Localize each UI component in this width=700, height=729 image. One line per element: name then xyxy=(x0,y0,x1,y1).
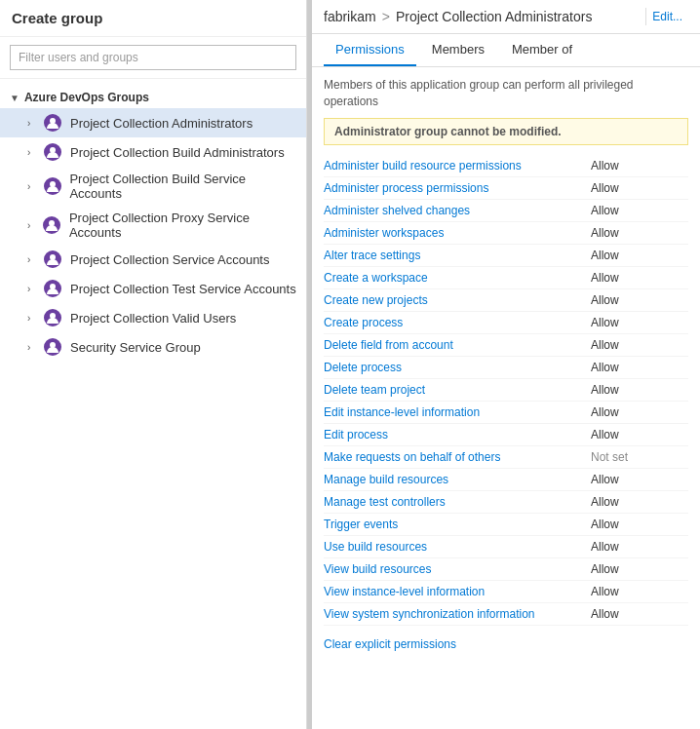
warning-banner: Administrator group cannot be modified. xyxy=(324,118,688,145)
table-row: Trigger eventsAllow xyxy=(324,514,688,536)
permission-value: Allow xyxy=(591,159,688,173)
table-row: View system synchronization informationA… xyxy=(324,603,688,626)
right-header: fabrikam > Project Collection Administra… xyxy=(312,0,700,34)
sidebar-item-group[interactable]: › Project Collection Test Service Accoun… xyxy=(0,274,306,303)
table-row: View instance-level informationAllow xyxy=(324,581,688,603)
permission-name[interactable]: Delete team project xyxy=(324,383,591,397)
permission-name[interactable]: Create a workspace xyxy=(324,271,591,285)
table-row: Make requests on behalf of othersNot set xyxy=(324,446,688,469)
right-panel: fabrikam > Project Collection Administra… xyxy=(312,0,700,729)
table-row: Manage build resourcesAllow xyxy=(324,469,688,491)
sidebar-item-label: Project Collection Proxy Service Account… xyxy=(69,211,296,240)
permissions-table: Administer build resource permissionsAll… xyxy=(324,155,688,626)
table-row: Create new projectsAllow xyxy=(324,289,688,312)
permission-value: Allow xyxy=(591,585,688,598)
panel-title: Create group xyxy=(0,0,306,37)
sidebar-item-group[interactable]: › Project Collection Service Accounts xyxy=(0,245,306,274)
sidebar-item-label: Project Collection Build Service Account… xyxy=(69,172,296,201)
group-icon xyxy=(43,279,62,298)
permission-name[interactable]: Administer shelved changes xyxy=(324,204,591,217)
permission-name[interactable]: Edit process xyxy=(324,428,591,441)
table-row: Administer process permissionsAllow xyxy=(324,177,688,200)
permission-value: Not set xyxy=(591,450,688,464)
table-row: Edit processAllow xyxy=(324,424,688,446)
sidebar-item-group[interactable]: › Project Collection Administrators xyxy=(0,108,306,137)
tab-permissions[interactable]: Permissions xyxy=(324,34,416,66)
permission-value: Allow xyxy=(591,495,688,509)
permission-name[interactable]: Create new projects xyxy=(324,293,591,307)
permission-name[interactable]: Delete field from account xyxy=(324,338,591,352)
permission-name[interactable]: Administer build resource permissions xyxy=(324,159,591,173)
permission-value: Allow xyxy=(591,361,688,374)
sidebar-item-group[interactable]: › Security Service Group xyxy=(0,332,306,362)
permission-name[interactable]: View instance-level information xyxy=(324,585,591,598)
chevron-down-icon: ▼ xyxy=(10,93,19,103)
sidebar-item-group[interactable]: › Project Collection Valid Users xyxy=(0,303,306,332)
sidebar-item-label: Project Collection Build Administrators xyxy=(70,145,285,160)
table-row: Create a workspaceAllow xyxy=(324,267,688,289)
permission-name[interactable]: Administer workspaces xyxy=(324,226,591,240)
permission-name[interactable]: Delete process xyxy=(324,361,591,374)
table-row: Delete processAllow xyxy=(324,357,688,379)
chevron-right-icon: › xyxy=(27,313,39,324)
tab-member-of[interactable]: Member of xyxy=(500,34,584,66)
permission-value: Allow xyxy=(591,383,688,397)
clear-permissions-link[interactable]: Clear explicit permissions xyxy=(324,637,456,651)
permission-value: Allow xyxy=(591,316,688,329)
table-row: Administer workspacesAllow xyxy=(324,222,688,245)
permission-name[interactable]: Trigger events xyxy=(324,518,591,531)
table-row: Administer build resource permissionsAll… xyxy=(324,155,688,177)
permission-value: Allow xyxy=(591,473,688,486)
tab-members[interactable]: Members xyxy=(420,34,496,66)
permission-value: Allow xyxy=(591,405,688,419)
group-icon xyxy=(43,176,62,196)
sidebar-item-label: Project Collection Test Service Accounts xyxy=(70,282,296,296)
permission-name[interactable]: Edit instance-level information xyxy=(324,405,591,419)
permission-name[interactable]: Administer process permissions xyxy=(324,181,591,195)
sidebar-item-group[interactable]: › Project Collection Build Service Accou… xyxy=(0,167,306,206)
table-row: Manage test controllersAllow xyxy=(324,491,688,514)
table-row: Use build resourcesAllow xyxy=(324,536,688,558)
table-row: Delete team projectAllow xyxy=(324,379,688,402)
permission-value: Allow xyxy=(591,562,688,576)
table-row: View build resourcesAllow xyxy=(324,558,688,581)
info-text: Members of this application group can pe… xyxy=(324,77,688,110)
search-area xyxy=(0,37,306,79)
permission-name[interactable]: Create process xyxy=(324,316,591,329)
sidebar-item-label: Project Collection Service Accounts xyxy=(70,252,269,267)
permission-name[interactable]: View build resources xyxy=(324,562,591,576)
chevron-right-icon: › xyxy=(27,342,39,353)
sidebar-item-label: Security Service Group xyxy=(70,340,201,355)
tabs-bar: Permissions Members Member of xyxy=(312,34,700,67)
permission-value: Allow xyxy=(591,428,688,441)
edit-button[interactable]: Edit... xyxy=(645,8,688,25)
permission-name[interactable]: Alter trace settings xyxy=(324,249,591,262)
chevron-right-icon: › xyxy=(27,147,39,158)
permission-value: Allow xyxy=(591,607,688,621)
chevron-right-icon: › xyxy=(27,220,39,231)
permission-name[interactable]: Make requests on behalf of others xyxy=(324,450,591,464)
permission-value: Allow xyxy=(591,293,688,307)
panel-divider[interactable] xyxy=(307,0,312,729)
group-icon xyxy=(43,308,62,327)
sidebar-item-group[interactable]: › Project Collection Build Administrator… xyxy=(0,137,306,167)
breadcrumb-separator: > xyxy=(382,9,390,24)
group-icon xyxy=(43,249,62,269)
breadcrumb-org: fabrikam xyxy=(324,9,376,24)
permission-value: Allow xyxy=(591,271,688,285)
chevron-right-icon: › xyxy=(27,181,39,192)
group-section-label: Azure DevOps Groups xyxy=(24,91,149,104)
permission-name[interactable]: View system synchronization information xyxy=(324,607,591,621)
permission-name[interactable]: Manage build resources xyxy=(324,473,591,486)
sidebar-item-group[interactable]: › Project Collection Proxy Service Accou… xyxy=(0,206,306,245)
permission-name[interactable]: Manage test controllers xyxy=(324,495,591,509)
table-row: Delete field from accountAllow xyxy=(324,334,688,357)
group-items-list: › Project Collection Administrators› Pro… xyxy=(0,108,306,362)
group-icon xyxy=(43,142,62,162)
table-row: Create processAllow xyxy=(324,312,688,334)
group-section-header[interactable]: ▼ Azure DevOps Groups xyxy=(0,87,306,108)
chevron-right-icon: › xyxy=(27,254,39,265)
search-input[interactable] xyxy=(10,45,296,70)
permission-value: Allow xyxy=(591,518,688,531)
permission-name[interactable]: Use build resources xyxy=(324,540,591,554)
